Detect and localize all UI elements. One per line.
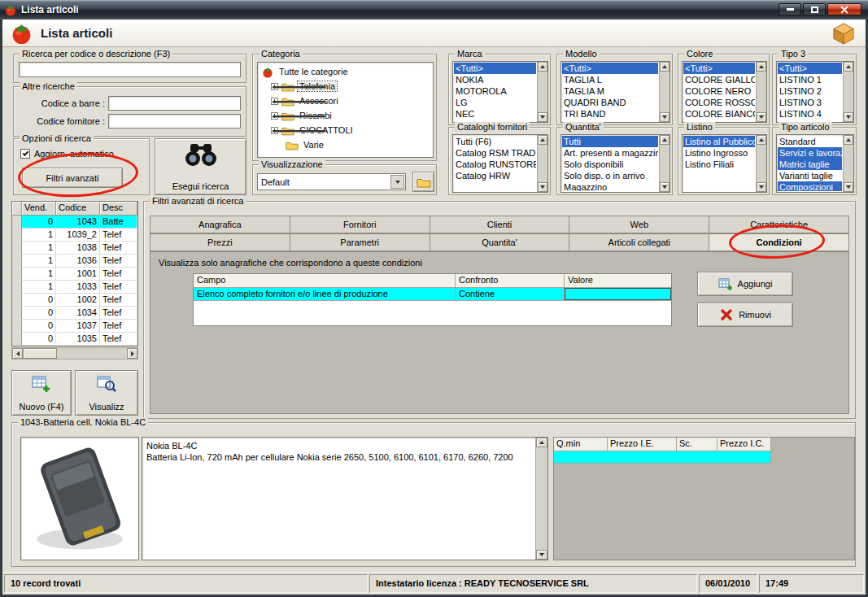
scroll-down-icon[interactable] (844, 182, 853, 192)
new-article-button[interactable]: Nuovo (F4) (11, 370, 72, 416)
list-item[interactable]: <Tutti> (562, 63, 658, 74)
list-item[interactable]: <Tutti> (683, 63, 755, 74)
scroll-up-icon[interactable] (536, 438, 547, 447)
price-column-header[interactable]: Prezzo I.C. (718, 438, 771, 451)
open-view-folder-button[interactable] (412, 172, 434, 192)
tree-item-ricambi[interactable]: Ricambi (258, 108, 433, 123)
brand-listbox[interactable]: <Tutti>NOKIAMOTOROLALGNEC (452, 61, 548, 123)
scrollbar[interactable] (843, 62, 853, 122)
execute-search-button[interactable]: Esegui ricerca (155, 138, 246, 195)
scroll-up-icon[interactable] (538, 62, 547, 72)
advanced-filters-button[interactable]: Filtri avanzati (22, 168, 123, 188)
list-item[interactable]: LISTINO 2 (778, 85, 842, 97)
list-item[interactable]: Catalog HRW (454, 170, 536, 181)
table-row[interactable]: 1 1033 Telef (12, 281, 137, 294)
tree-item-telefonia[interactable]: Telefonia (258, 79, 433, 94)
cell-valore[interactable] (565, 288, 671, 301)
table-row[interactable]: 1 1038 Telef (12, 242, 137, 255)
category-tree[interactable]: Tutte le categorie Telefonia Accessori R… (257, 62, 434, 158)
tree-item-all-categories[interactable]: Tutte le categorie (258, 64, 433, 79)
expand-plus-icon[interactable] (271, 98, 278, 105)
scrollbar[interactable] (659, 135, 670, 192)
list-item[interactable]: Varianti taglie (778, 170, 842, 181)
table-row[interactable]: 1 1036 Telef (12, 255, 137, 268)
list-item[interactable]: Solo disponibili (562, 159, 658, 170)
list-item[interactable]: Catalog RUNSTORE (454, 159, 536, 170)
list-item[interactable]: COLORE GIALLO (683, 74, 755, 85)
scroll-up-icon[interactable] (660, 62, 670, 72)
list-item[interactable]: <Tutti> (454, 63, 536, 74)
list-item[interactable]: COLORE BIANCO (683, 108, 755, 120)
tab[interactable]: Parametri (290, 233, 430, 251)
list-item[interactable]: Art. presenti a magazzino (562, 147, 658, 159)
list-item[interactable]: LISTINO 3 (778, 97, 842, 108)
scrollbar[interactable] (843, 135, 853, 192)
scrollbar[interactable] (756, 62, 766, 122)
description-memo[interactable]: Nokia BL-4C Batteria Li-Ion, 720 mAh per… (142, 437, 548, 560)
scroll-left-icon[interactable] (12, 348, 23, 359)
supplier-catalogs-listbox[interactable]: Tutti (F6)Catalog RSM TRADECatalog RUNST… (452, 134, 548, 193)
scroll-up-icon[interactable] (660, 135, 670, 145)
list-item[interactable]: COLORE ROSSO (683, 97, 755, 108)
remove-condition-button[interactable]: Rimuovi (697, 303, 793, 327)
table-row[interactable]: 1 1001 Telef (12, 268, 137, 281)
list-item[interactable]: TRI BAND (562, 108, 658, 120)
cube-icon[interactable] (832, 22, 855, 45)
tab[interactable]: Fornitori (290, 216, 430, 233)
list-item[interactable]: MOTOROLA (454, 85, 536, 97)
view-combobox[interactable]: Default (257, 173, 406, 190)
scroll-down-icon[interactable] (538, 112, 547, 122)
scroll-up-icon[interactable] (757, 135, 766, 145)
results-hscrollbar[interactable] (11, 347, 138, 360)
scrollbar[interactable] (537, 135, 547, 192)
tab[interactable]: Condizioni (709, 233, 849, 251)
scrollbar-thumb[interactable] (23, 348, 57, 359)
quantity-listbox[interactable]: TuttiArt. presenti a magazzinoSolo dispo… (560, 134, 670, 193)
list-item[interactable]: Tutti (F6) (454, 136, 536, 147)
auto-update-checkbox[interactable]: Aggiorn. automatico (20, 149, 114, 159)
column-header-confronto[interactable]: Confronto (456, 274, 565, 288)
close-button[interactable] (827, 3, 861, 15)
tab[interactable]: Articoli collegati (569, 233, 709, 251)
scroll-up-icon[interactable] (538, 135, 547, 145)
table-row[interactable]: 0 1002 Telef (12, 294, 137, 307)
expand-plus-icon[interactable] (271, 112, 278, 120)
list-item[interactable]: Servizi e lavorazioni (778, 147, 842, 159)
list-item[interactable]: Matrici taglie (778, 159, 842, 170)
column-header-desc[interactable]: Desc (100, 202, 137, 216)
tree-item-giocattoli[interactable]: GIOCATTOLI (258, 123, 433, 137)
tree-item-varie[interactable]: Varie (258, 137, 433, 152)
barcode-input[interactable] (108, 96, 241, 111)
list-item[interactable]: Magazzino (562, 181, 658, 191)
list-item[interactable]: QUADRI BAND (562, 97, 658, 108)
table-row[interactable]: 0 1037 Telef (12, 320, 137, 333)
price-column-header[interactable]: Prezzo I.E. (608, 438, 677, 451)
color-listbox[interactable]: <Tutti>COLORE GIALLOCOLORE NEROCOLORE RO… (682, 61, 767, 123)
scroll-down-icon[interactable] (757, 182, 766, 192)
list-item[interactable]: Listino Filiali (683, 159, 755, 170)
list-item[interactable]: Standard (778, 136, 842, 147)
combobox-dropdown-button[interactable] (390, 175, 404, 189)
column-header-vend[interactable]: Vend. (22, 202, 56, 216)
list-item[interactable]: NEC (454, 108, 536, 120)
tab[interactable]: Web (569, 216, 709, 233)
scroll-down-icon[interactable] (844, 112, 853, 122)
scroll-down-icon[interactable] (538, 182, 547, 192)
list-item[interactable]: LISTINO 4 (778, 108, 842, 120)
price-column-header[interactable]: Q.min (554, 438, 608, 451)
list-item[interactable]: TAGLIA M (562, 85, 658, 97)
pricelist-listbox[interactable]: Listino al PubblicoListino IngrossoListi… (682, 134, 767, 193)
list-item[interactable]: Solo disp. o in arrivo (562, 170, 658, 181)
tab[interactable]: Quantita' (430, 233, 570, 251)
model-listbox[interactable]: <Tutti>TAGLIA LTAGLIA MQUADRI BANDTRI BA… (560, 61, 670, 123)
supplier-code-input[interactable] (108, 114, 241, 129)
column-header-campo[interactable]: Campo (194, 274, 456, 288)
list-item[interactable]: Listino al Pubblico (683, 136, 755, 147)
scroll-up-icon[interactable] (844, 135, 853, 145)
list-item[interactable]: <Tutti> (778, 63, 842, 74)
article-type-listbox[interactable]: StandardServizi e lavorazioniMatrici tag… (776, 134, 854, 193)
scrollbar[interactable] (659, 62, 670, 122)
scroll-down-icon[interactable] (660, 182, 670, 192)
list-item[interactable]: NOKIA (454, 74, 536, 85)
column-header-valore[interactable]: Valore (565, 274, 671, 288)
